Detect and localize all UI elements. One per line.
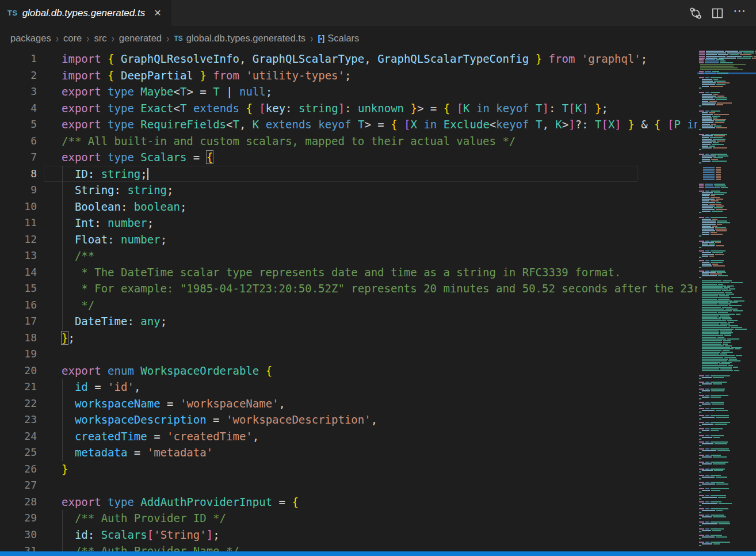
tab-global-db-types[interactable]: TS global.db.types.generated.ts ✕ [0, 0, 171, 26]
line-number: 14 [0, 264, 37, 281]
breadcrumb-separator: › [310, 32, 313, 45]
code-line[interactable]: 13 /** [0, 247, 697, 264]
line-number: 4 [0, 100, 37, 117]
code-line[interactable]: 3export type Maybe<T> = T | null; [0, 83, 697, 100]
close-tab-icon[interactable]: ✕ [152, 7, 163, 19]
code-text [37, 346, 62, 363]
text-cursor [147, 168, 148, 180]
code-line[interactable]: 4export type Exact<T extends { [key: str… [0, 100, 697, 117]
status-bar [0, 551, 756, 556]
line-number: 15 [0, 280, 37, 297]
code-text: } [37, 461, 68, 478]
code-line[interactable]: 14 * The DateTime scalar type represents… [0, 264, 697, 281]
line-number: 13 [0, 247, 37, 264]
code-editor[interactable]: 1import { GraphQLResolveInfo, GraphQLSca… [0, 51, 756, 551]
code-text: export type AddAuthProviderInput = { [37, 494, 299, 511]
code-text: * The DateTime scalar type represents da… [37, 264, 621, 281]
code-text: String: string; [37, 182, 174, 199]
code-text: createdTime = 'createdTime', [37, 428, 259, 445]
code-text: import { DeepPartial } from 'utility-typ… [37, 67, 351, 84]
line-number: 31 [0, 543, 37, 551]
breadcrumb-item-packages[interactable]: packages [10, 33, 51, 44]
line-number: 5 [0, 116, 37, 133]
code-text: }; [37, 330, 75, 346]
line-number: 9 [0, 182, 37, 199]
code-line[interactable]: 21 id = 'id', [0, 379, 697, 395]
breadcrumb-item-core[interactable]: core [63, 33, 82, 44]
line-number: 29 [0, 510, 37, 527]
code-line[interactable]: 30 id: Scalars['String']; [0, 527, 697, 543]
breadcrumb-item-src[interactable]: src [94, 33, 106, 44]
line-number: 30 [0, 527, 37, 543]
code-line[interactable]: 20export enum WorkspaceOrderable { [0, 363, 697, 379]
code-text: workspaceDescription = 'workspaceDescrip… [37, 412, 377, 428]
line-number: 18 [0, 330, 37, 346]
code-text: export type Maybe<T> = T | null; [37, 83, 272, 100]
code-text: metadata = 'metadata' [37, 444, 213, 461]
breadcrumb-separator: › [86, 32, 89, 45]
code-line[interactable]: 5export type RequireFields<T, K extends … [0, 116, 697, 133]
code-line[interactable]: 23 workspaceDescription = 'workspaceDesc… [0, 412, 697, 428]
line-number: 11 [0, 215, 37, 231]
code-text: export type RequireFields<T, K extends k… [37, 116, 697, 133]
minimap[interactable] [697, 51, 756, 551]
code-line[interactable]: 27 [0, 477, 697, 494]
code-line[interactable]: 26} [0, 461, 697, 478]
code-text: export type Exact<T extends { [key: stri… [37, 100, 608, 117]
code-line[interactable]: 29 /** Auth Provider ID */ [0, 510, 697, 527]
code-text: export type Scalars = { [37, 149, 213, 166]
code-line[interactable]: 24 createdTime = 'createdTime', [0, 428, 697, 445]
typescript-file-icon: TS [174, 35, 182, 43]
code-line[interactable]: 9 String: string; [0, 182, 697, 199]
code-text: DateTime: any; [37, 313, 167, 330]
code-line[interactable]: 28export type AddAuthProviderInput = { [0, 494, 697, 511]
split-editor-icon[interactable] [709, 5, 726, 22]
code-text: /** [37, 247, 94, 264]
line-number: 7 [0, 149, 37, 166]
code-lines: 1import { GraphQLResolveInfo, GraphQLSca… [0, 51, 697, 551]
vscode-window: TS global.db.types.generated.ts ✕ [0, 0, 756, 556]
code-line[interactable]: 15 * For example: "1985-04-12T23:20:50.5… [0, 280, 697, 297]
code-line[interactable]: 10 Boolean: boolean; [0, 199, 697, 215]
code-text: Float: number; [37, 231, 167, 248]
breadcrumb-item-generated[interactable]: generated [119, 33, 162, 44]
code-text [37, 477, 62, 494]
code-line[interactable]: 19 [0, 346, 697, 363]
line-number: 8 [0, 166, 37, 182]
line-number: 24 [0, 428, 37, 445]
code-line[interactable]: 1import { GraphQLResolveInfo, GraphQLSca… [0, 51, 697, 67]
breadcrumb: packages›core›src›generated›TSglobal.db.… [0, 26, 756, 51]
code-line[interactable]: 31 /** Auth Provider Name */ [0, 543, 697, 551]
code-text: */ [37, 297, 94, 314]
code-text: /** Auth Provider ID */ [37, 510, 226, 527]
line-number: 2 [0, 67, 37, 84]
code-line[interactable]: 17 DateTime: any; [0, 313, 697, 330]
code-text: Int: number; [37, 215, 154, 231]
code-line[interactable]: 22 workspaceName = 'workspaceName', [0, 395, 697, 412]
code-line[interactable]: 8 ID: string; [0, 166, 697, 182]
line-number: 25 [0, 444, 37, 461]
code-text: Boolean: boolean; [37, 199, 186, 215]
breadcrumb-item-scalars[interactable]: [▪]Scalars [318, 33, 359, 44]
code-line[interactable]: 12 Float: number; [0, 231, 697, 248]
line-number: 20 [0, 363, 37, 379]
code-line[interactable]: 25 metadata = 'metadata' [0, 444, 697, 461]
more-actions-icon[interactable]: ⋯ [731, 5, 748, 22]
code-text: workspaceName = 'workspaceName', [37, 395, 285, 412]
code-line[interactable]: 7export type Scalars = { [0, 149, 697, 166]
line-number: 27 [0, 477, 37, 494]
line-number: 16 [0, 297, 37, 314]
breadcrumb-item-global-db-types-generated-ts[interactable]: TSglobal.db.types.generated.ts [174, 33, 306, 44]
code-line[interactable]: 6/** All built-in and custom scalars, ma… [0, 133, 697, 150]
code-line[interactable]: 18}; [0, 330, 697, 346]
tab-bar: TS global.db.types.generated.ts ✕ [0, 0, 756, 26]
code-line[interactable]: 16 */ [0, 297, 697, 314]
code-line[interactable]: 11 Int: number; [0, 215, 697, 231]
line-number: 3 [0, 83, 37, 100]
breadcrumb-separator: › [166, 32, 169, 45]
symbol-type-icon: [▪] [318, 33, 324, 43]
code-line[interactable]: 2import { DeepPartial } from 'utility-ty… [0, 67, 697, 84]
compare-changes-icon[interactable] [687, 5, 704, 22]
code-text: /** All built-in and custom scalars, map… [37, 133, 516, 150]
line-number: 17 [0, 313, 37, 330]
